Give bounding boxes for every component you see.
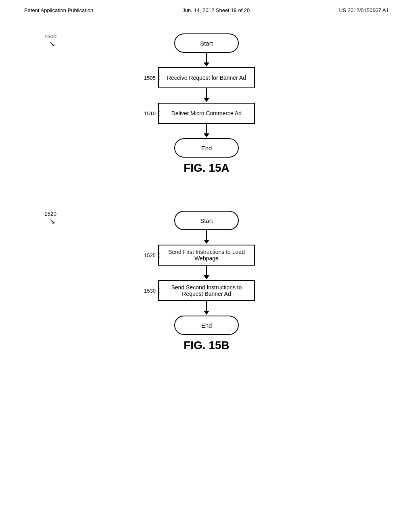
diagram-15a-section: 1500 ↘ Start 1505 ⟨ (24, 33, 389, 187)
header-right: US 2012/0150667 A1 (339, 7, 389, 13)
arrow-2-b (204, 266, 209, 280)
step-1505-num: 1505 (144, 75, 156, 81)
fig-number-1500: 1500 ↘ (44, 33, 56, 48)
step-1525-num: 1525 (144, 252, 156, 258)
fig-number-1520: 1520 ↘ (44, 211, 56, 226)
fig-15b-label: FIG. 15B (184, 339, 229, 352)
header-center: Jun. 14, 2012 Sheet 19 of 20 (182, 7, 250, 13)
step-1505-arrow: ⟨ (158, 75, 160, 81)
step-1510-num: 1510 (144, 110, 156, 116)
step-1510-arrow: ⟨ (158, 110, 160, 116)
end-node-b: End (174, 316, 239, 335)
diagram-15b-section: 1520 ↘ Start 1525 ⟨ (24, 211, 389, 364)
step-1530-arrow: ⟨ (158, 288, 160, 293)
end-node-a: End (174, 138, 239, 158)
arrow-3-a (204, 124, 209, 138)
step-1510-label: 1510 ⟨ (144, 110, 160, 116)
step-1525-label: 1525 ⟨ (144, 252, 160, 258)
flowchart-15a: Start 1505 ⟨ Receive Request for Banner … (122, 33, 291, 158)
step-1505-shape: Receive Request for Banner Ad (158, 67, 255, 88)
start-node-a: Start (174, 33, 239, 53)
header-left: Patent Application Publication (24, 7, 93, 13)
arrow-1-a (204, 53, 209, 67)
fig-number-1500-text: 1500 (44, 33, 56, 39)
step-1525-row: 1525 ⟨ Send First Instructions to Load W… (122, 245, 291, 266)
fig-15a-label: FIG. 15A (184, 162, 229, 175)
page-header: Patent Application Publication Jun. 14, … (0, 0, 413, 17)
step-1530-row: 1530 ⟨ Send Second Instructions to Reque… (122, 280, 291, 301)
end-row-a: End (122, 138, 291, 158)
arrow-2-a (204, 88, 209, 103)
step-1525-arrow: ⟨ (158, 252, 160, 258)
flowchart-15b: Start 1525 ⟨ Send First Instructions to … (122, 211, 291, 335)
fig-number-1520-arrow: ↘ (49, 217, 55, 226)
step-1525-shape: Send First Instructions to Load Webpage (158, 245, 255, 266)
arrow-3-b (204, 301, 209, 316)
step-1530-label: 1530 ⟨ (144, 288, 160, 294)
start-node-b: Start (174, 211, 239, 230)
fig-number-1500-arrow: ↘ (49, 39, 55, 48)
fig-number-1520-text: 1520 (44, 211, 56, 217)
step-1510-shape: Deliver Micro Commerce Ad (158, 103, 255, 124)
arrow-1-b (204, 230, 209, 245)
start-row-a: Start (122, 33, 291, 53)
start-row-b: Start (122, 211, 291, 230)
flowchart-15a-wrapper: 1500 ↘ Start 1505 ⟨ (24, 33, 389, 187)
step-1505-label: 1505 ⟨ (144, 75, 160, 81)
step-1510-row: 1510 ⟨ Deliver Micro Commerce Ad (122, 103, 291, 124)
step-1530-num: 1530 (144, 288, 156, 294)
step-1505-row: 1505 ⟨ Receive Request for Banner Ad (122, 67, 291, 88)
step-1530-shape: Send Second Instructions to Request Bann… (158, 280, 255, 301)
end-row-b: End (122, 316, 291, 335)
flowchart-15b-wrapper: 1520 ↘ Start 1525 ⟨ (24, 211, 389, 364)
